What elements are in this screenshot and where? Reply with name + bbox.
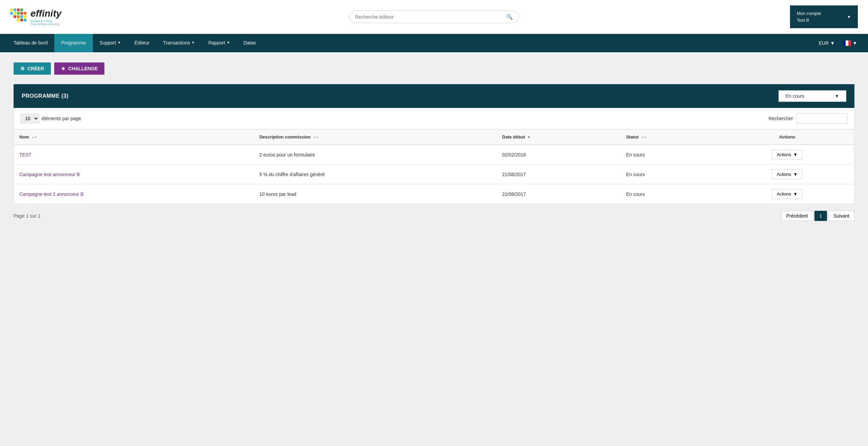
svg-rect-0	[10, 8, 13, 11]
creer-label: CRÉER	[27, 66, 44, 71]
svg-rect-15	[24, 19, 26, 21]
svg-rect-5	[14, 12, 16, 15]
cell-statut-0: En cours	[620, 145, 720, 165]
logo-wrapper: effinity MARKETINGTECHNOLOGIES	[10, 8, 78, 26]
cell-description-2: 10 euros par lead	[254, 184, 497, 204]
nav-flag[interactable]: ▼	[839, 40, 861, 46]
challenge-button[interactable]: ★ CHALLENGE	[54, 62, 104, 75]
nav-item-transactions[interactable]: Transactions ▼	[156, 34, 202, 52]
logo-text-block: effinity MARKETINGTECHNOLOGIES	[31, 8, 61, 26]
svg-rect-10	[17, 15, 20, 18]
search-input[interactable]	[355, 14, 506, 20]
cell-statut-2: En cours	[620, 184, 720, 204]
account-name: Test B	[797, 17, 821, 24]
svg-rect-2	[17, 8, 20, 11]
nav-item-programme[interactable]: Programme	[54, 34, 93, 52]
table-row: TEST 2 euros pour un formulaire 02/02/20…	[14, 145, 854, 165]
transactions-arrow-icon: ▼	[192, 41, 195, 44]
status-label: En cours	[786, 93, 804, 99]
svg-rect-16	[843, 40, 846, 46]
svg-rect-3	[20, 8, 23, 11]
cell-actions-2: Actions ▼	[720, 184, 854, 204]
sort-arrows-nom[interactable]: ▲▼	[32, 136, 37, 139]
svg-rect-17	[846, 40, 848, 46]
cell-date-2: 21/08/2017	[497, 184, 620, 204]
cell-nom-0[interactable]: TEST	[14, 145, 254, 165]
challenge-label: CHALLENGE	[68, 66, 98, 71]
actions-button-2[interactable]: Actions ▼	[772, 189, 803, 199]
actions-button-1[interactable]: Actions ▼	[772, 169, 803, 179]
page-info: Page 1 sur 1	[14, 213, 40, 219]
account-dropdown[interactable]: Mon compte Test B ▼	[790, 5, 858, 28]
cell-date-0: 02/02/2018	[497, 145, 620, 165]
sort-arrows-description[interactable]: ▲▼	[313, 136, 319, 139]
top-header: effinity MARKETINGTECHNOLOGIES 🔍 Mon com…	[0, 0, 868, 34]
cell-nom-1[interactable]: Campagne test annonceur B	[14, 165, 254, 184]
data-table: Nom ▲▼ Description commission ▲▼ Date dé…	[14, 129, 854, 204]
svg-rect-4	[10, 12, 13, 15]
svg-rect-11	[20, 15, 23, 18]
creer-button[interactable]: ⚙ CRÉER	[14, 62, 51, 75]
nav-label-programme: Programme	[61, 40, 86, 45]
nav-label-rapport: Rapport	[208, 40, 225, 45]
per-page-control: 10 25 50 éléments par page	[21, 114, 81, 123]
actions-arrow-icon-2: ▼	[793, 191, 798, 197]
nav-right: EUR ▼ ▼	[815, 34, 861, 52]
rapport-arrow-icon: ▼	[226, 41, 230, 44]
table-head: Nom ▲▼ Description commission ▲▼ Date dé…	[14, 130, 854, 145]
nav-item-rapport[interactable]: Rapport ▼	[201, 34, 237, 52]
svg-rect-13	[17, 19, 20, 21]
sort-arrows-date[interactable]: ▼	[528, 136, 530, 139]
account-label: Mon compte	[797, 10, 821, 17]
next-button[interactable]: Suivant	[828, 211, 854, 221]
cell-description-1: 5 % du chiffre d'affaires généré	[254, 165, 497, 184]
nav-label-datas: Datas	[243, 40, 256, 45]
col-date-debut: Date début ▼	[497, 130, 620, 145]
svg-rect-14	[20, 19, 23, 21]
cell-nom-2[interactable]: Campagne test 2 annonceur B	[14, 184, 254, 204]
table-search: Rechercher	[769, 113, 847, 124]
search-box: 🔍	[349, 11, 519, 23]
nav-item-datas[interactable]: Datas	[237, 34, 263, 52]
cell-description-0: 2 euros pour un formulaire	[254, 145, 497, 165]
main-content: ⚙ CRÉER ★ CHALLENGE PROGRAMME (3) En cou…	[0, 52, 868, 446]
table-search-input[interactable]	[796, 113, 847, 124]
page-1-button[interactable]: 1	[814, 211, 827, 221]
table-controls: 10 25 50 éléments par page Rechercher	[14, 108, 854, 129]
nav-item-tableau-de-bord[interactable]: Tableau de bord	[7, 34, 54, 52]
table-row: Campagne test annonceur B 5 % du chiffre…	[14, 165, 854, 184]
cell-actions-0: Actions ▼	[720, 145, 854, 165]
cell-date-1: 21/08/2017	[497, 165, 620, 184]
programme-title: PROGRAMME (3)	[22, 93, 68, 99]
nav-item-editeur[interactable]: Éditeur	[128, 34, 156, 52]
col-nom: Nom ▲▼	[14, 130, 254, 145]
nav-label-support: Support	[100, 40, 116, 45]
actions-arrow-icon-0: ▼	[793, 152, 798, 157]
svg-rect-6	[17, 12, 20, 15]
logo-effinity: effinity	[31, 8, 61, 19]
search-label: Rechercher	[769, 116, 793, 121]
nav-label-editeur: Éditeur	[135, 40, 150, 45]
cell-statut-1: En cours	[620, 165, 720, 184]
svg-rect-12	[24, 15, 26, 18]
programme-header: PROGRAMME (3) En cours ▼	[14, 84, 854, 108]
status-dropdown[interactable]: En cours ▼	[778, 90, 846, 102]
col-actions: Actions	[720, 130, 854, 145]
support-arrow-icon: ▼	[118, 41, 121, 44]
per-page-label: éléments par page	[42, 116, 81, 121]
logo-icon	[10, 8, 31, 25]
actions-button-0[interactable]: Actions ▼	[772, 150, 803, 160]
nav-item-support[interactable]: Support ▼	[93, 34, 128, 52]
prev-button[interactable]: Précédent	[781, 211, 813, 221]
sort-arrows-statut[interactable]: ▲▼	[641, 136, 647, 139]
status-arrow-icon: ▼	[834, 93, 839, 99]
logo-area: effinity MARKETINGTECHNOLOGIES	[10, 8, 78, 26]
search-button[interactable]: 🔍	[506, 14, 513, 20]
col-description: Description commission ▲▼	[254, 130, 497, 145]
pagination-area: Page 1 sur 1 Précédent 1 Suivant	[14, 204, 854, 228]
svg-rect-7	[20, 12, 23, 15]
star-icon: ★	[61, 66, 65, 71]
per-page-select[interactable]: 10 25 50	[21, 114, 39, 123]
nav-currency[interactable]: EUR ▼	[815, 40, 839, 46]
svg-rect-9	[14, 15, 16, 18]
